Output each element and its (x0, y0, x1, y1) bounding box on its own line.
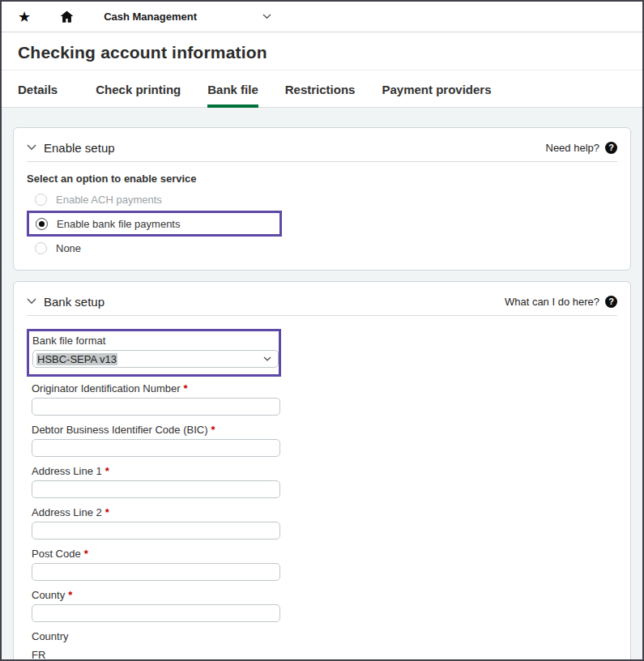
radio-unselected-icon (35, 242, 47, 254)
app-menu-cash-management[interactable]: Cash Management (104, 11, 262, 23)
field-label: Address Line 2* (32, 506, 617, 519)
tab-restrictions[interactable]: Restrictions (285, 70, 356, 108)
page-title: Checking account information (18, 43, 626, 62)
chevron-down-icon (27, 298, 36, 305)
field-debtor-bic: Debtor Business Identifier Code (BIC)* (32, 424, 617, 457)
originator-id-input[interactable] (32, 398, 280, 416)
field-label: Address Line 1* (32, 465, 617, 478)
need-help-label: Need help? (546, 142, 600, 154)
field-label: Debtor Business Identifier Code (BIC)* (32, 424, 617, 437)
radio-group-label: Select an option to enable service (27, 173, 617, 185)
enable-setup-section: Enable setup Need help? ? Select an opti… (13, 127, 631, 271)
radio-selected-icon (36, 218, 48, 230)
field-address-line-2: Address Line 2* (32, 506, 617, 539)
bank-setup-header[interactable]: Bank setup What can I do here? ? (27, 293, 617, 309)
debtor-bic-input[interactable] (32, 439, 280, 457)
need-help-link[interactable]: Need help? ? (546, 142, 618, 154)
country-label: Country (32, 630, 617, 643)
field-address-line-1: Address Line 1* (32, 465, 617, 498)
radio-option-bank-file[interactable]: Enable bank file payments (29, 213, 279, 234)
field-post-code: Post Code* (32, 548, 617, 581)
field-label: County* (32, 589, 617, 602)
chevron-down-icon (263, 356, 271, 361)
address-line-2-input[interactable] (32, 522, 280, 539)
tab-bank-file[interactable]: Bank file (207, 70, 258, 108)
header-divider (27, 161, 617, 162)
field-county: County* (32, 589, 617, 622)
bank-setup-fields: Originator Identification Number* Debtor… (32, 382, 617, 622)
bank-file-format-select[interactable]: HSBC-SEPA v13 (32, 350, 279, 368)
required-asterisk: * (184, 382, 188, 394)
field-label-text: Debtor Business Identifier Code (BIC) (32, 424, 207, 436)
section-title: Bank setup (44, 295, 104, 309)
header-divider (27, 315, 617, 316)
home-icon[interactable] (59, 9, 75, 24)
help-question-icon[interactable]: ? (605, 142, 617, 154)
section-title: Enable setup (44, 141, 115, 155)
chevron-down-icon[interactable] (262, 14, 271, 19)
field-label-text: Originator Identification Number (32, 382, 181, 394)
post-code-input[interactable] (32, 563, 280, 581)
field-label: Post Code* (32, 548, 617, 561)
country-value: FR (32, 649, 617, 659)
bank-file-format-label: Bank file format (32, 335, 276, 348)
radio-option-ach[interactable]: Enable ACH payments (27, 189, 617, 210)
what-can-i-do-here-label: What can I do here? (505, 296, 599, 308)
favorite-star-icon[interactable]: ★ (18, 10, 31, 24)
radio-label: Enable ACH payments (56, 194, 162, 206)
tab-payment-providers[interactable]: Payment providers (382, 70, 491, 108)
top-bar: ★ Cash Management (2, 2, 642, 32)
required-asterisk: * (105, 506, 109, 518)
radio-label: Enable bank file payments (57, 218, 180, 230)
page-header: Checking account information (2, 32, 642, 70)
radio-option-none[interactable]: None (27, 237, 617, 258)
address-line-1-input[interactable] (32, 480, 280, 498)
annotation-highlight-bank-file-option: Enable bank file payments (27, 211, 282, 237)
required-asterisk: * (105, 465, 109, 477)
field-label-text: Address Line 2 (32, 506, 102, 518)
county-input[interactable] (32, 604, 280, 622)
field-label: Originator Identification Number* (32, 382, 617, 395)
tab-details[interactable]: Details (18, 70, 58, 108)
bank-setup-section: Bank setup What can I do here? ? Bank fi… (13, 281, 631, 659)
field-country-readonly: Country FR (32, 630, 617, 659)
radio-label: None (56, 242, 81, 254)
chevron-down-icon (27, 144, 36, 151)
enable-setup-header[interactable]: Enable setup Need help? ? (27, 139, 617, 156)
selected-format-value: HSBC-SEPA v13 (36, 353, 117, 365)
tab-bar: Details Check printing Bank file Restric… (2, 70, 642, 108)
field-label-text: Post Code (32, 548, 81, 560)
required-asterisk: * (84, 548, 88, 560)
app-window: ★ Cash Management Checking account infor… (0, 0, 644, 661)
tab-check-printing[interactable]: Check printing (96, 70, 181, 108)
radio-unselected-icon (35, 194, 47, 206)
required-asterisk: * (211, 424, 215, 436)
field-label-text: County (32, 589, 65, 601)
what-can-i-do-here-link[interactable]: What can I do here? ? (505, 296, 617, 308)
help-question-icon[interactable]: ? (605, 296, 617, 308)
page-content: Enable setup Need help? ? Select an opti… (2, 108, 642, 659)
required-asterisk: * (68, 589, 72, 601)
field-originator-id: Originator Identification Number* (32, 382, 617, 416)
annotation-highlight-bank-file-format: Bank file format HSBC-SEPA v13 (27, 329, 281, 377)
field-label-text: Address Line 1 (32, 465, 102, 477)
